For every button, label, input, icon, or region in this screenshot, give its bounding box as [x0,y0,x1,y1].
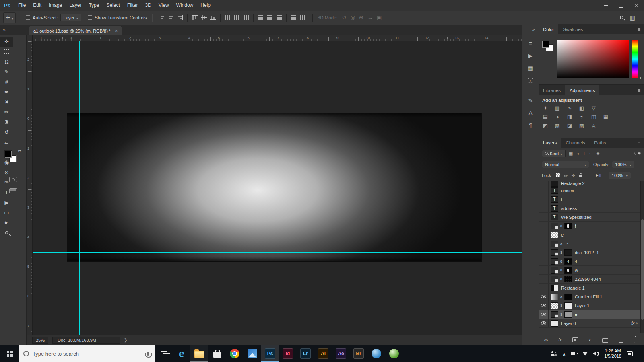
taskbar-clock[interactable]: 1:26 AM 1/5/2018 [604,348,621,359]
menu-layer[interactable]: Layer [66,0,85,11]
tool-history-brush-tool[interactable]: ↺ [0,127,13,137]
tab-paths[interactable]: Paths [590,138,610,148]
lock-position-icon[interactable] [572,172,575,179]
volume-icon[interactable] [593,352,599,356]
menu-select[interactable]: Select [103,0,123,11]
tool-dodge-tool[interactable]: ⊙ [0,167,13,177]
character-icon[interactable]: A [522,109,539,116]
filter-smart-objects-icon[interactable]: ◈ [596,151,599,156]
actions-icon[interactable]: ▶ [522,52,539,59]
show-transform-checkbox[interactable] [88,15,92,20]
visibility-toggle[interactable] [539,186,549,195]
lock-transparency-icon[interactable] [556,173,560,177]
menu-file[interactable]: File [14,0,29,11]
collapse-tools-icon[interactable] [3,27,6,32]
info-icon[interactable]: i [522,77,539,84]
zoom-level[interactable]: 25% [32,337,48,344]
ruler-corner[interactable] [27,35,33,41]
layer-row[interactable]: Rectangle 1 [539,284,640,292]
canvas-viewport[interactable] [33,41,522,335]
taskbar-after-effects[interactable]: Ae [332,345,350,362]
exposure-icon[interactable]: ◧ [578,105,585,111]
photo-filter-icon[interactable]: ◓ [578,114,585,120]
layer-row[interactable]: TWe Specialized [539,213,640,222]
layer-row[interactable]: Taddress [539,204,640,213]
fill-dropdown[interactable]: 100% [609,172,631,179]
network-icon[interactable] [582,352,588,356]
visibility-toggle[interactable] [539,292,549,301]
threshold-icon[interactable]: ◪ [566,123,573,129]
tool-quick-selection-tool[interactable]: ✎ [0,67,13,77]
auto-select-checkbox[interactable] [26,15,30,20]
tool-eraser-tool[interactable]: ▱ [0,137,13,147]
filter-pixel-layers-icon[interactable]: ▦ [569,151,573,156]
align-left-edges-icon[interactable] [159,15,165,20]
hue-slider-nub[interactable] [639,76,641,80]
filter-shape-layers-icon[interactable]: ▱ [589,151,592,156]
action-center-icon[interactable] [627,351,633,356]
layer-row[interactable]: 8221950-4044 [539,275,640,284]
ruler-top[interactable]: 101234567891011121314 [33,35,522,41]
add-mask-icon[interactable] [572,337,578,342]
foreground-color-swatch[interactable] [542,41,549,48]
layer-row[interactable]: Layer 0fx∧ [539,319,640,328]
3d-slide-icon[interactable]: ↔ [367,14,373,21]
tool-path-selection-tool[interactable]: ▶ [0,197,13,208]
distribute-horizontal-centers-icon[interactable] [267,15,273,20]
opacity-dropdown[interactable]: 100% [612,161,634,168]
document-tab[interactable]: a1 outlook 18.psd @ 25% (m, RGB/8) * × [29,26,122,35]
kind-filter-dropdown[interactable]: Kind [542,150,566,157]
screen-mode-button[interactable] [9,188,17,193]
people-icon[interactable] [551,351,557,356]
layer-row[interactable]: 844 [539,257,640,266]
fx-collapse-icon[interactable]: ∧ [636,321,640,325]
taskbar-chrome[interactable] [226,345,244,362]
visibility-toggle[interactable] [539,230,549,239]
3d-pan-icon[interactable]: ⊕ [359,14,363,21]
visibility-toggle[interactable] [539,310,549,319]
black-white-icon[interactable]: ◨ [566,114,573,120]
microphone-icon[interactable] [147,352,149,356]
lock-paint-icon[interactable] [564,172,568,179]
paragraph-icon[interactable]: ¶ [522,121,539,129]
panel-menu-icon[interactable]: ≡ [634,85,644,95]
document-canvas[interactable] [67,113,481,261]
task-view-button[interactable] [155,345,173,362]
levels-icon[interactable]: ▥ [554,105,561,111]
brightness-contrast-icon[interactable]: ☀ [542,105,549,111]
visibility-toggle[interactable] [539,195,549,204]
selective-color-icon[interactable]: ◬ [590,123,597,129]
new-layer-icon[interactable] [619,337,623,343]
scrollbar-thumb[interactable] [641,219,644,320]
layer-row[interactable]: 8Gradient Fill 1 [539,292,640,301]
taskbar-indesign[interactable]: Id [279,345,297,362]
taskbar-illustrator[interactable]: Ai [314,345,332,362]
tool-rectangle-tool[interactable]: ▭ [0,208,13,218]
menu-3d[interactable]: 3D [141,0,155,11]
filter-toggle[interactable] [634,152,641,155]
tab-swatches[interactable]: Swatches [558,24,587,34]
filter-type-layers-icon[interactable]: T [583,151,586,156]
taskbar-lightroom[interactable]: Lr [297,345,314,362]
distribute-spacing-horizontal-icon[interactable] [300,15,306,20]
menu-window[interactable]: Window [173,0,197,11]
gradient-map-icon[interactable]: ▧ [578,123,585,129]
visibility-toggle[interactable] [539,301,549,310]
align-top-edges-icon[interactable] [192,15,198,20]
menu-view[interactable]: View [155,0,173,11]
clone-source-icon[interactable]: ▦ [522,64,539,72]
layer-row[interactable]: 8w [539,266,640,275]
menu-help[interactable]: Help [197,0,214,11]
show-desktop-button[interactable] [638,345,640,362]
tool-healing-brush-tool[interactable]: ✚ [0,97,13,107]
visibility-toggle[interactable] [539,284,549,292]
3d-orbit-icon[interactable]: ↺ [342,14,347,21]
ruler-left[interactable]: 2101234567 [27,41,33,345]
menu-filter[interactable]: Filter [124,0,142,11]
curves-icon[interactable]: ∿ [566,105,573,111]
hue-saturation-icon[interactable]: ▤ [542,114,549,120]
delete-layer-icon[interactable] [634,338,638,343]
taskbar-edge[interactable]: e [173,345,190,362]
taskbar-search[interactable]: Type here to search [19,345,155,362]
hue-slider[interactable] [632,40,638,78]
